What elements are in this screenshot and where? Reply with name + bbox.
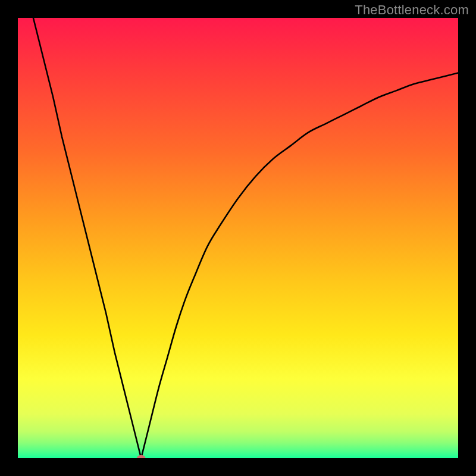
watermark-text: TheBottleneck.com <box>355 2 469 18</box>
chart-frame: TheBottleneck.com <box>0 0 476 476</box>
plot-background <box>18 18 458 458</box>
bottleneck-chart <box>18 18 458 458</box>
